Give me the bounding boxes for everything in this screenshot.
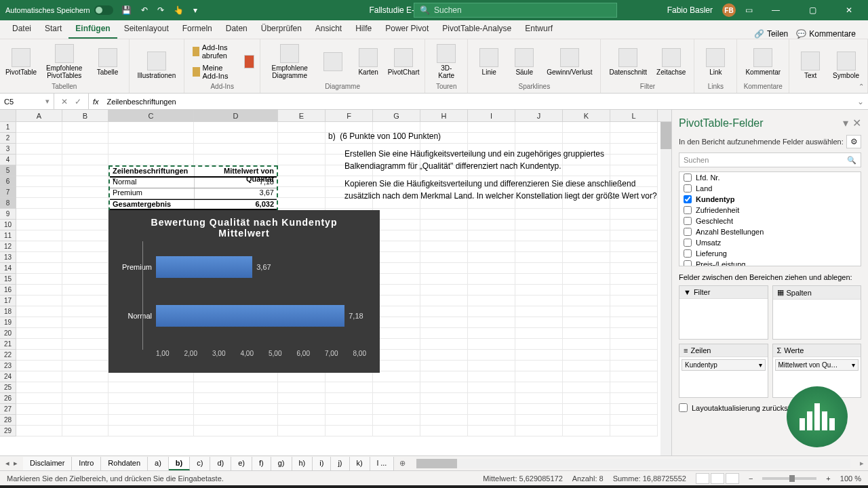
cell[interactable]	[610, 404, 658, 415]
tab-nav-next-icon[interactable]: ▸	[14, 459, 18, 468]
cell[interactable]	[373, 350, 420, 361]
cell[interactable]	[563, 252, 610, 263]
ribbon-button[interactable]: Zeitachse	[654, 47, 688, 77]
cell[interactable]	[16, 339, 62, 350]
ribbon-tab-pivottable-analyse[interactable]: PivotTable-Analyse	[435, 20, 518, 39]
cell[interactable]	[16, 296, 62, 306]
ribbon-button[interactable]: Tabelle	[92, 47, 123, 77]
cell[interactable]	[278, 133, 326, 144]
sheet-tab[interactable]: a)	[148, 457, 169, 470]
cell[interactable]	[563, 241, 610, 252]
add-sheet-button[interactable]: ⊕	[394, 459, 411, 468]
cell[interactable]	[563, 296, 610, 306]
cell[interactable]	[610, 328, 658, 339]
cell[interactable]	[515, 339, 563, 350]
cell[interactable]	[62, 176, 108, 187]
column-header[interactable]: B	[62, 110, 108, 121]
cell[interactable]	[62, 328, 108, 339]
cell[interactable]	[610, 426, 658, 436]
row-header[interactable]: 24	[0, 371, 16, 382]
cell[interactable]	[108, 415, 194, 426]
autosave-toggle[interactable]: Automatisches Speichern	[5, 5, 113, 15]
sheet-tab[interactable]: d)	[210, 457, 231, 470]
row-header[interactable]: 9	[0, 209, 16, 220]
sheet-tab[interactable]: e)	[231, 457, 252, 470]
column-header[interactable]: I	[468, 110, 515, 121]
pane-options-icon[interactable]: ▾	[843, 117, 848, 129]
cell[interactable]	[278, 404, 326, 415]
comments-button[interactable]: 💬 Kommentare	[796, 29, 856, 39]
cell[interactable]	[610, 415, 658, 426]
row-header[interactable]: 19	[0, 317, 16, 328]
row-header[interactable]: 13	[0, 252, 16, 263]
cell[interactable]	[515, 285, 563, 296]
cell[interactable]	[420, 209, 468, 220]
cell[interactable]	[62, 415, 108, 426]
cell[interactable]	[194, 371, 278, 382]
ribbon-button[interactable]: Säule	[509, 47, 540, 77]
cell[interactable]	[610, 252, 658, 263]
cell[interactable]	[16, 306, 62, 317]
cell[interactable]	[278, 176, 326, 187]
cell[interactable]	[62, 230, 108, 241]
cell[interactable]	[468, 404, 515, 415]
cell[interactable]	[373, 339, 420, 350]
cell[interactable]	[16, 404, 62, 415]
cell[interactable]	[373, 274, 420, 285]
name-box[interactable]: C5▾	[0, 94, 54, 109]
cell[interactable]	[420, 339, 468, 350]
cell[interactable]	[194, 393, 278, 404]
field-item[interactable]: Anzahl Bestellungen	[679, 226, 861, 237]
vertical-scrollbar[interactable]	[660, 122, 671, 455]
cell[interactable]	[373, 285, 420, 296]
cell[interactable]	[326, 382, 373, 393]
gear-icon[interactable]: ⚙	[846, 135, 861, 148]
sheet-tab[interactable]: c)	[190, 457, 210, 470]
row-header[interactable]: 27	[0, 404, 16, 415]
cell[interactable]	[16, 350, 62, 361]
row-header[interactable]: 25	[0, 382, 16, 393]
cell[interactable]	[610, 382, 658, 393]
cell[interactable]	[62, 426, 108, 436]
cancel-icon[interactable]: ✕	[61, 97, 68, 106]
cell[interactable]	[62, 285, 108, 296]
cell[interactable]	[468, 371, 515, 382]
cell[interactable]	[108, 371, 194, 382]
cell[interactable]	[278, 371, 326, 382]
cell[interactable]	[515, 296, 563, 306]
cell[interactable]	[563, 371, 610, 382]
cell[interactable]	[610, 285, 658, 296]
cell[interactable]	[610, 241, 658, 252]
cell[interactable]	[468, 382, 515, 393]
cell[interactable]	[420, 241, 468, 252]
field-item[interactable]: Geschlecht	[679, 216, 861, 226]
row-header[interactable]: 26	[0, 393, 16, 404]
cell[interactable]	[420, 361, 468, 371]
tab-nav-prev-icon[interactable]: ◂	[5, 459, 9, 468]
cell[interactable]	[62, 155, 108, 165]
row-header[interactable]: 23	[0, 361, 16, 371]
sheet-tab[interactable]: g)	[271, 457, 292, 470]
cell[interactable]	[610, 339, 658, 350]
toggle-switch[interactable]	[94, 5, 113, 15]
cell[interactable]	[62, 165, 108, 176]
ribbon-tab-seitenlayout[interactable]: Seitenlayout	[117, 20, 176, 39]
row-header[interactable]: 7	[0, 187, 16, 198]
ribbon-button[interactable]: Gewinn/Verlust	[544, 47, 595, 77]
cell[interactable]	[278, 415, 326, 426]
field-search[interactable]: Suchen🔍	[679, 152, 861, 167]
cell[interactable]	[515, 350, 563, 361]
cell[interactable]	[16, 165, 62, 176]
cell[interactable]	[515, 371, 563, 382]
sheet-tab[interactable]: Intro	[72, 457, 101, 470]
cell[interactable]	[610, 393, 658, 404]
cell[interactable]	[563, 339, 610, 350]
column-header[interactable]: H	[420, 110, 468, 121]
cell[interactable]	[62, 371, 108, 382]
cell[interactable]	[515, 382, 563, 393]
cell[interactable]	[420, 274, 468, 285]
ribbon-button[interactable]: Symbole	[830, 50, 862, 81]
value-field-item[interactable]: Mittelwert von Qualität▾	[775, 359, 859, 371]
select-all-corner[interactable]	[0, 110, 16, 121]
cell[interactable]	[194, 426, 278, 436]
